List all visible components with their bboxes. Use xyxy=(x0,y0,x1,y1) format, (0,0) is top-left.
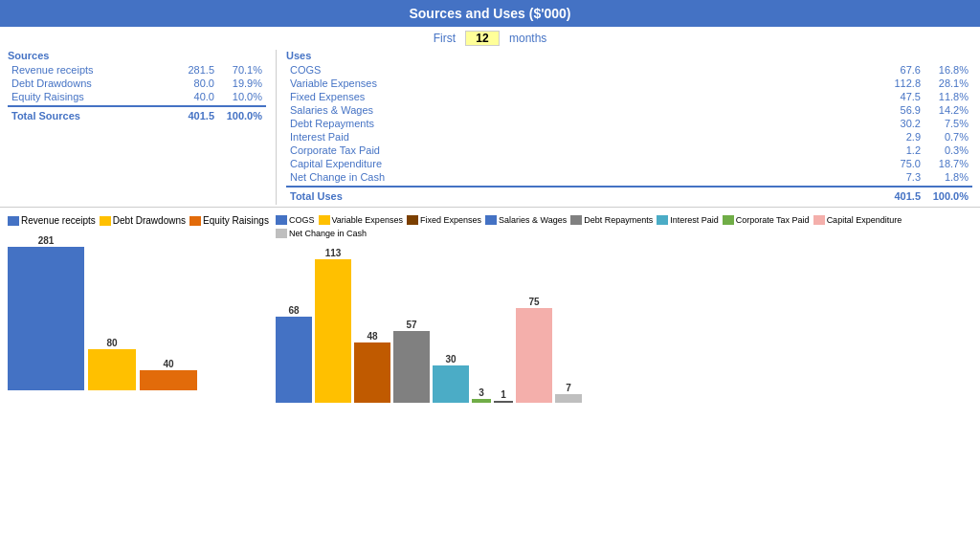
uses-bar-group: 113 xyxy=(315,248,351,403)
sources-total-row: Total Sources 401.5 100.0% xyxy=(8,105,266,124)
use-pct-9: 1.8% xyxy=(921,171,969,183)
uses-bar-value: 1 xyxy=(501,389,506,400)
use-label-3: Fixed Expenses xyxy=(290,91,868,102)
months-before-label: First xyxy=(434,32,456,45)
sources-legend: Revenue receiptsDebt DrawdownsEquity Rai… xyxy=(8,215,276,226)
uses-bar-rect xyxy=(472,399,491,403)
use-value-7: 1.2 xyxy=(868,144,921,156)
bar-rect xyxy=(140,370,197,390)
bar-value: 40 xyxy=(163,359,173,369)
use-value-5: 30.2 xyxy=(868,118,921,129)
uses-bar-group: 48 xyxy=(354,331,390,403)
uses-legend-item: Corporate Tax Paid xyxy=(723,215,810,225)
uses-title: Uses xyxy=(286,50,972,61)
source-label-2: Debt Drawdowns xyxy=(11,77,162,89)
uses-bar-group: 68 xyxy=(276,305,312,403)
months-row: First months xyxy=(0,27,980,50)
source-value-1: 281.5 xyxy=(162,64,214,76)
legend-item: Revenue receipts xyxy=(8,215,96,226)
use-row-9: Net Change in Cash 7.3 1.8% xyxy=(286,170,972,184)
uses-bar-value: 3 xyxy=(479,387,484,398)
bar-group: 281 xyxy=(8,235,84,390)
use-value-6: 2.9 xyxy=(868,131,921,143)
sources-total-label: Total Sources xyxy=(11,110,162,121)
uses-legend-item: Interest Paid xyxy=(657,215,719,225)
use-value-3: 47.5 xyxy=(868,91,921,102)
uses-bar-rect xyxy=(494,401,513,403)
uses-legend-item: Capital Expenditure xyxy=(813,215,902,225)
use-pct-8: 18.7% xyxy=(921,158,969,169)
legend-item: Equity Raisings xyxy=(189,215,269,226)
use-label-5: Debt Repayments xyxy=(290,118,868,129)
use-pct-3: 11.8% xyxy=(921,91,969,102)
uses-bar-rect xyxy=(276,317,312,403)
use-value-8: 75.0 xyxy=(868,158,921,169)
use-label-9: Net Change in Cash xyxy=(290,171,868,183)
use-value-9: 7.3 xyxy=(868,171,921,183)
use-row-3: Fixed Expenses 47.5 11.8% xyxy=(286,90,972,103)
use-label-2: Variable Expenses xyxy=(290,77,868,89)
uses-bar-value: 75 xyxy=(528,297,539,307)
use-row-7: Corporate Tax Paid 1.2 0.3% xyxy=(286,144,972,157)
page-header: Sources and Uses ($'000) xyxy=(0,0,980,27)
months-input[interactable] xyxy=(465,31,500,46)
use-row-8: Capital Expenditure 75.0 18.7% xyxy=(286,157,972,170)
source-pct-1: 70.1% xyxy=(214,64,262,76)
use-label-4: Salaries & Wages xyxy=(290,104,868,116)
uses-legend-item: COGS xyxy=(276,215,315,225)
use-pct-5: 7.5% xyxy=(921,118,969,129)
uses-legend-item: Variable Expenses xyxy=(319,215,403,225)
source-pct-3: 10.0% xyxy=(214,91,262,102)
source-pct-2: 19.9% xyxy=(214,77,262,89)
use-row-5: Debt Repayments 30.2 7.5% xyxy=(286,117,972,130)
use-row-4: Salaries & Wages 56.9 14.2% xyxy=(286,103,972,117)
sources-total-value: 401.5 xyxy=(162,110,214,121)
source-value-3: 40.0 xyxy=(162,91,214,102)
uses-bar-value: 30 xyxy=(445,354,456,364)
uses-bar-value: 68 xyxy=(288,305,299,316)
uses-bar-rect xyxy=(433,365,469,403)
uses-bar-value: 48 xyxy=(367,331,377,342)
uses-bar-group: 57 xyxy=(393,320,430,403)
sources-chart: Revenue receiptsDebt DrawdownsEquity Rai… xyxy=(8,215,276,405)
uses-legend-item: Net Change in Cash xyxy=(276,229,367,238)
legend-item: Debt Drawdowns xyxy=(100,215,186,226)
uses-chart: COGSVariable ExpensesFixed ExpensesSalar… xyxy=(276,215,972,405)
uses-bar-value: 113 xyxy=(325,248,342,258)
bar-rect xyxy=(8,247,84,390)
uses-legend-item: Salaries & Wages xyxy=(485,215,567,225)
uses-bar-group: 7 xyxy=(555,383,582,403)
use-label-1: COGS xyxy=(290,64,868,76)
source-row-3: Equity Raisings 40.0 10.0% xyxy=(8,90,266,103)
uses-bar-rect xyxy=(555,394,582,403)
bar-group: 40 xyxy=(140,359,197,390)
bar-rect xyxy=(88,349,136,390)
months-after-label: months xyxy=(509,32,546,45)
use-row-1: COGS 67.6 16.8% xyxy=(286,63,972,77)
uses-bar-group: 75 xyxy=(516,297,552,403)
use-row-2: Variable Expenses 112.8 28.1% xyxy=(286,77,972,90)
uses-bar-value: 7 xyxy=(566,383,571,393)
uses-total-value: 401.5 xyxy=(868,190,921,202)
sources-panel: Sources Revenue receipts 281.5 70.1% Deb… xyxy=(8,50,276,205)
use-pct-7: 0.3% xyxy=(921,144,969,156)
use-row-6: Interest Paid 2.9 0.7% xyxy=(286,130,972,144)
source-value-2: 80.0 xyxy=(162,77,214,89)
bar-group: 80 xyxy=(88,338,136,390)
bar-value: 281 xyxy=(38,235,55,246)
use-value-2: 112.8 xyxy=(868,77,921,89)
sources-total-pct: 100.0% xyxy=(214,110,262,121)
use-pct-6: 0.7% xyxy=(921,131,969,143)
use-value-1: 67.6 xyxy=(868,64,921,76)
uses-legend-item: Fixed Expenses xyxy=(407,215,481,225)
use-pct-2: 28.1% xyxy=(921,77,969,89)
uses-bar-group: 30 xyxy=(433,354,469,403)
uses-total-pct: 100.0% xyxy=(921,190,969,202)
use-label-6: Interest Paid xyxy=(290,131,868,143)
use-pct-1: 16.8% xyxy=(921,64,969,76)
uses-total-label: Total Uses xyxy=(290,190,868,202)
uses-bar-group: 3 xyxy=(472,387,491,403)
use-label-7: Corporate Tax Paid xyxy=(290,144,868,156)
source-row-1: Revenue receipts 281.5 70.1% xyxy=(8,63,266,77)
uses-legend: COGSVariable ExpensesFixed ExpensesSalar… xyxy=(276,215,972,238)
